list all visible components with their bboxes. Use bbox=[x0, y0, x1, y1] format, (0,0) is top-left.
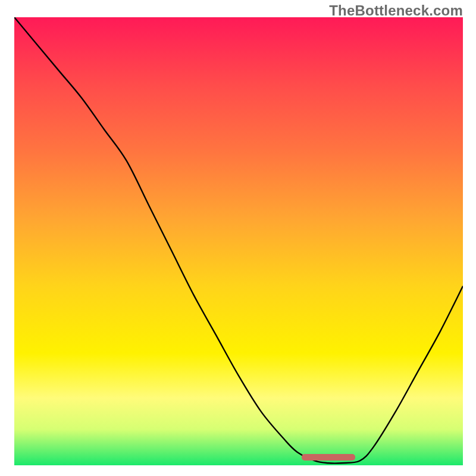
watermark-text: TheBottleneck.com bbox=[329, 2, 463, 19]
bottleneck-curve bbox=[14, 17, 463, 465]
chart-plot-area bbox=[14, 17, 463, 465]
optimal-range-marker bbox=[302, 454, 355, 461]
